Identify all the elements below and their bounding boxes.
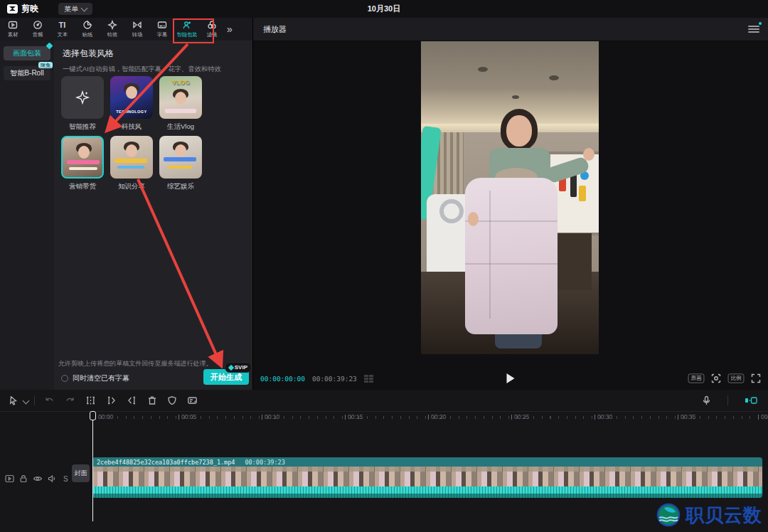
clip-audio-waveform [92,486,762,498]
upload-notice: 允许剪映上传将您的草稿文件回传至服务端进行处理。 [58,359,213,368]
cursor-mode-chevron-icon[interactable] [23,397,30,404]
tab-smart-packaging[interactable]: 智能包装 [174,20,199,38]
watermark-text: 职贝云数 [686,503,762,528]
packaging-content: 选择包装风格 一键式AI自动剪辑，智能匹配字幕、花字、音效和特效 智能推荐 [54,41,252,390]
preview-grid-icon[interactable] [364,375,373,383]
main-track-magnet-icon[interactable] [745,395,757,405]
vip-diamond-icon [46,43,53,50]
lock-icon[interactable] [19,474,28,483]
smart-packaging-panel: 画面包装 智能B-Roll 限免 选择包装风格 一键式AI自动剪辑，智能匹配字幕… [0,41,252,390]
timeline-right-tools [697,395,762,405]
sidebar-item-smart-broll[interactable]: 智能B-Roll 限免 [4,66,50,80]
undo-icon[interactable] [44,395,55,405]
start-generate-button[interactable]: 开始生成 SVIP [203,369,249,385]
headphones [439,199,464,223]
pink-jacket [465,178,558,334]
sparkle-icon [75,90,90,105]
player-title: 播放器 [263,24,287,35]
panel-subtitle: 一键式AI自动剪辑，智能匹配字幕、花字、音效和特效 [63,65,221,74]
timeline-toolbar [0,390,768,412]
ceiling-light [478,67,488,72]
player-options-icon[interactable] [748,24,759,34]
visibility-eye-icon[interactable] [33,474,43,483]
sticker-icon [82,20,92,30]
toolbar-divider [727,395,728,405]
template-tech[interactable]: TECHNOLOGY 科技风 [110,76,153,132]
player-header: 播放器 [253,18,768,41]
more-tabs-button[interactable]: » [227,23,233,35]
video-preview[interactable] [421,41,599,354]
timeline-ruler[interactable]: 00:00 00:05 00:10 00:15 00:20 00:25 00:3… [0,411,768,424]
track-type-video-icon [5,474,14,483]
player-right-controls: 原画 比例 [688,373,761,383]
tab-transitions[interactable]: 转场 [124,20,149,38]
template-knowledge[interactable]: 知识分享 [110,136,153,191]
checkbox-circle-icon [61,375,68,382]
person-face [506,115,532,147]
record-mic-icon[interactable] [702,395,711,405]
top-bar: 剪映 菜单 10月30日 [0,0,768,18]
person-hand [468,212,479,226]
tab-media[interactable]: 素材 [0,20,25,38]
template-life-vlog[interactable]: VLOG 生活Vlog [159,76,202,132]
total-duration: 00:00:39:23 [312,375,357,383]
media-tabs-bar: 素材 音频 TI 文本 贴纸 特效 转场 字幕 智能包装 [0,18,252,41]
mute-speaker-icon[interactable] [48,474,57,483]
template-grid: 智能推荐 TECHNOLOGY 科技风 VLOG [61,76,215,191]
limited-free-badge: 限免 [38,62,53,68]
template-smart-recommend[interactable]: 智能推荐 [61,76,104,132]
template-entertainment[interactable]: 综艺娱乐 [159,136,202,191]
ceiling-light [549,75,559,80]
caption-edit-icon[interactable] [187,395,198,405]
app-window: 剪映 菜单 10月30日 素材 音频 TI 文本 贴纸 特效 [0,0,768,532]
play-button[interactable] [507,373,515,383]
toolbar-divider [34,395,35,405]
quality-button[interactable]: 原画 [688,373,705,383]
split-icon[interactable] [85,395,96,405]
ratio-button[interactable]: 比例 [728,373,745,383]
mask-shield-icon[interactable] [167,395,177,405]
tab-effects[interactable]: 特效 [100,20,124,38]
captions-icon [157,20,167,30]
clip-duration: 00:00:39:23 [245,459,284,466]
tab-text[interactable]: TI 文本 [50,20,75,38]
transition-icon [132,20,142,30]
player-panel: 播放器 [253,18,768,390]
ceiling-light [512,95,519,99]
clip-filename: 2cebe4f48825e32cea103a0ffcbe7238_1.mp4 [97,459,235,466]
playhead-handle[interactable] [90,411,96,420]
video-clip[interactable]: 2cebe4f48825e32cea103a0ffcbe7238_1.mp4 0… [92,457,762,498]
tab-audio[interactable]: 音频 [25,20,50,38]
trim-right-icon[interactable] [127,395,137,405]
fit-focus-icon[interactable] [711,373,721,383]
trim-left-icon[interactable] [106,395,117,405]
tab-sticker[interactable]: 贴纸 [75,20,100,38]
solo-track-button[interactable]: S [63,475,68,483]
delete-icon[interactable] [147,395,157,405]
effects-icon [107,20,117,30]
timeline-panel: 00:00 00:05 00:10 00:15 00:20 00:25 00:3… [0,390,768,532]
watermark: 职贝云数 [656,502,762,528]
person-hand [583,148,594,161]
tab-filters[interactable]: 滤镜 [199,20,224,38]
media-icon [8,20,18,30]
filters-icon [207,20,217,30]
fullscreen-icon[interactable] [751,373,761,383]
current-time: 00:00:00:00 [260,375,305,383]
sidebar-item-screen-packaging[interactable]: 画面包装 [4,46,50,60]
tab-captions[interactable]: 字幕 [149,20,174,38]
panel-title: 选择包装风格 [63,48,114,60]
smart-packaging-icon [182,20,192,30]
playhead-line[interactable] [92,411,93,521]
packaging-sidebar: 画面包装 智能B-Roll 限免 [0,41,54,390]
template-marketing[interactable]: 营销带货 [61,136,104,191]
select-cursor-icon[interactable] [9,395,18,405]
redo-icon[interactable] [65,395,75,405]
svip-badge: SVIP [225,362,252,373]
clear-captions-checkbox[interactable]: 同时清空已有字幕 [61,373,129,383]
clip-filmstrip [92,467,762,486]
watermark-globe-icon [656,502,681,528]
window-date: 10月30日 [0,4,768,14]
cover-button[interactable]: 封面 [72,464,90,482]
clip-label-bar: 2cebe4f48825e32cea103a0ffcbe7238_1.mp4 0… [92,457,762,467]
